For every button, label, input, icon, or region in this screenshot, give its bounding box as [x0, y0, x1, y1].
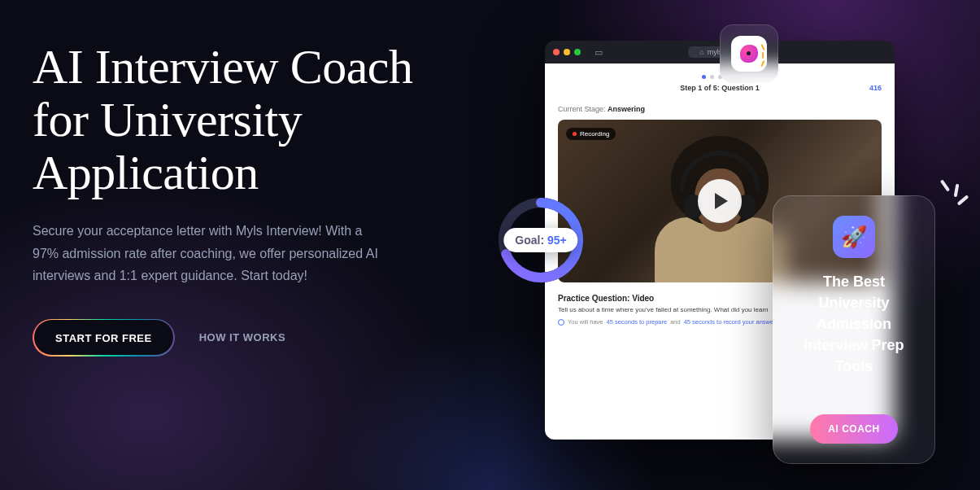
cta-row: START FOR FREE HOW IT WORKS — [33, 319, 439, 357]
hero-section: AI Interview Coach for University Applic… — [33, 33, 439, 457]
rays-icon — [762, 42, 764, 68]
play-button[interactable] — [698, 179, 742, 223]
pager-dots — [558, 75, 882, 79]
pager-dot — [702, 75, 706, 79]
goal-pill: Goal: 95+ — [503, 228, 577, 252]
goal-label: Goal: — [515, 234, 544, 247]
minimize-icon — [564, 49, 570, 55]
stage-label: Current Stage: — [558, 105, 606, 113]
promo-card: 🚀 The Best University Admission Intervie… — [773, 195, 935, 464]
stage-value: Answering — [608, 105, 645, 113]
goal-ring: Goal: 95+ — [496, 195, 586, 285]
step-count: 416 — [869, 84, 882, 92]
traffic-lights — [553, 49, 581, 55]
recording-dot-icon — [573, 132, 577, 136]
how-it-works-button[interactable]: HOW IT WORKS — [199, 331, 285, 343]
start-for-free-button[interactable]: START FOR FREE — [33, 319, 175, 357]
recording-badge: Recording — [566, 128, 616, 140]
info-icon — [558, 319, 564, 326]
promo-title: The Best University Admission Interview … — [788, 271, 920, 377]
step-label: Step 1 of 5: Question 1 416 — [558, 84, 882, 92]
rocket-icon: 🚀 — [841, 225, 867, 250]
recording-label: Recording — [580, 130, 609, 138]
logo-icon — [731, 36, 767, 72]
sidebar-icon: ▭ — [595, 47, 603, 58]
start-for-free-label: START FOR FREE — [55, 332, 152, 344]
maximize-icon — [574, 49, 581, 55]
hero-subtext: Secure your acceptance letter with Myls … — [33, 220, 390, 287]
brain-icon — [740, 45, 758, 63]
ai-coach-button[interactable]: AI COACH — [810, 414, 897, 444]
illustration-area: ▭ ⌂ myls.ai ⟳ Step 1 of 5: Question 1 — [439, 33, 980, 457]
promo-icon: 🚀 — [833, 216, 875, 258]
logo-card — [720, 24, 778, 83]
close-icon — [553, 49, 560, 55]
stage-row: Current Stage: Answering — [558, 105, 882, 113]
goal-value: 95+ — [547, 234, 567, 247]
lock-icon: ⌂ — [699, 48, 703, 56]
hero-headline: AI Interview Coach for University Applic… — [33, 41, 439, 199]
pager-dot — [710, 75, 714, 79]
